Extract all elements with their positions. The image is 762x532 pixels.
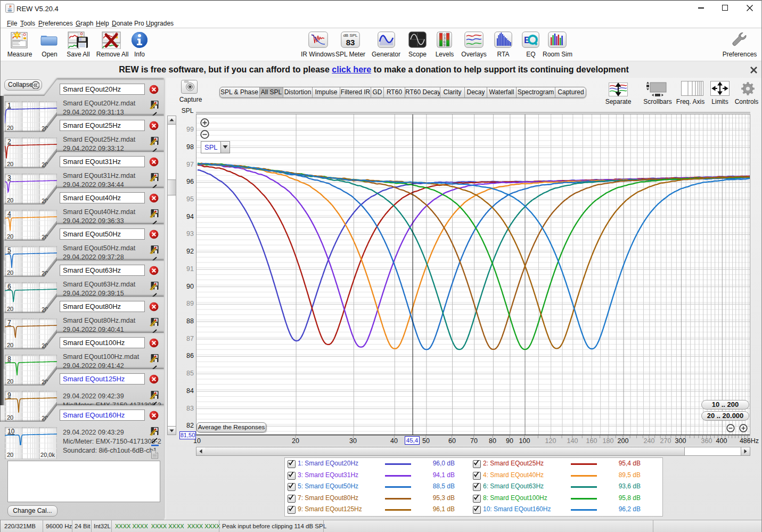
svg-text:dB SPL: dB SPL — [343, 33, 358, 38]
svg-text:83: 83 — [346, 38, 355, 47]
svg-text:9: 9 — [444, 43, 446, 47]
